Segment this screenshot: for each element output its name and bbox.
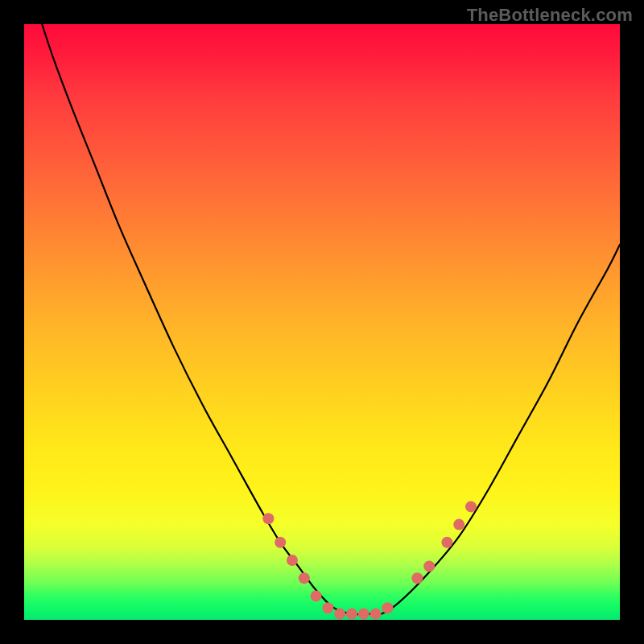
curve-svg [24,24,620,620]
highlight-dot [275,537,286,548]
highlight-dot [441,537,452,548]
highlight-dot [346,609,357,620]
watermark-text: TheBottleneck.com [467,5,633,26]
highlight-dot [299,572,310,584]
highlight-dot [334,609,345,620]
highlight-markers [262,501,477,619]
highlight-dot [370,609,382,620]
highlight-dot [262,513,274,524]
highlight-dot [287,555,298,566]
plot-area [24,24,620,620]
highlight-dot [382,602,393,613]
highlight-dot [358,609,369,620]
chart-frame: TheBottleneck.com [0,0,644,644]
bottleneck-curve [42,24,620,615]
highlight-dot [423,560,435,572]
highlight-dot [465,501,477,512]
highlight-dot [453,519,464,530]
highlight-dot [322,602,333,613]
highlight-dot [311,590,322,601]
highlight-dot [411,572,423,584]
